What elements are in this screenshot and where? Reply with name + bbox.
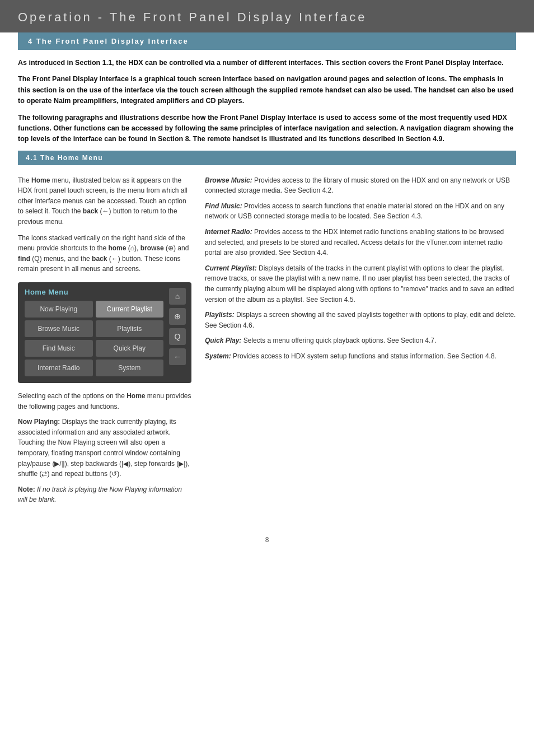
now-playing-desc: Now Playing: Displays the track currentl… (18, 417, 191, 479)
playlists-desc: Playlists: Displays a screen showing all… (205, 310, 516, 330)
menu-icons-column: ⌂ ⊕ Q ← (169, 288, 186, 365)
intro-paragraphs: As introduced in Section 1.1, the HDX ca… (18, 58, 516, 145)
menu-grid: Now Playing Current Playlist Browse Musi… (25, 301, 163, 376)
section41-header-bar: 4.1 The Home Menu (18, 151, 516, 165)
section4-header: 4 The Front Panel Display Interface (18, 32, 516, 50)
right-col-desc: Browse Music: Provides access to the lib… (205, 175, 516, 362)
note-desc: Note: If no track is playing the Now Pla… (18, 484, 191, 505)
section41-title: 4.1 The Home Menu (26, 154, 508, 162)
page-wrapper: Operation - The Front Panel Display Inte… (0, 0, 534, 548)
left-column: The Home menu, illustrated below as it a… (18, 175, 191, 510)
intro-p1: As introduced in Section 1.1, the HDX ca… (18, 58, 516, 68)
home-icon-btn[interactable]: ⌂ (169, 288, 186, 305)
two-col-layout: The Home menu, illustrated below as it a… (18, 175, 516, 510)
browse-music-desc: Browse Music: Provides access to the lib… (205, 175, 516, 196)
left-p1: The Home menu, illustrated below as it a… (18, 175, 191, 227)
below-menu-desc: Selecting each of the options on the Hom… (18, 391, 191, 505)
find-icon-btn[interactable]: Q (169, 328, 186, 345)
internet-radio-desc: Internet Radio: Provides access to the H… (205, 227, 516, 258)
section4-title: 4 The Front Panel Display Interface (28, 37, 506, 45)
intro-p2: The Front Panel Display Interface is a g… (18, 74, 516, 106)
menu-item-browse-music[interactable]: Browse Music (25, 320, 93, 337)
left-p2: The icons stacked vertically on the righ… (18, 233, 191, 274)
home-menu-mockup: Home Menu Now Playing Current Playlist B… (18, 282, 191, 383)
system-desc: System: Provides access to HDX system se… (205, 351, 516, 362)
right-column: Browse Music: Provides access to the lib… (205, 175, 516, 510)
title-bar: Operation - The Front Panel Display Inte… (0, 0, 534, 32)
menu-item-internet-radio[interactable]: Internet Radio (25, 360, 93, 376)
content-area: 4 The Front Panel Display Interface As i… (0, 32, 534, 527)
menu-item-playlists[interactable]: Playlists (96, 320, 164, 337)
page-number: 8 (0, 527, 534, 548)
menu-item-current-playlist[interactable]: Current Playlist (96, 301, 164, 318)
menu-item-quick-play[interactable]: Quick Play (96, 340, 164, 357)
back-icon-btn[interactable]: ← (169, 348, 186, 365)
home-menu-title: Home Menu (25, 288, 185, 296)
menu-item-system[interactable]: System (96, 360, 164, 376)
page-title: Operation - The Front Panel Display Inte… (18, 10, 516, 25)
quick-play-desc: Quick Play: Selects a menu offering quic… (205, 335, 516, 346)
browse-icon-btn[interactable]: ⊕ (169, 308, 186, 325)
menu-item-now-playing[interactable]: Now Playing (25, 301, 93, 318)
menu-item-find-music[interactable]: Find Music (25, 340, 93, 357)
find-music-desc: Find Music: Provides access to search fu… (205, 201, 516, 222)
below-menu-text: Selecting each of the options on the Hom… (18, 391, 191, 412)
intro-p3: The following paragraphs and illustratio… (18, 113, 516, 145)
current-playlist-desc: Current Playlist: Displays details of th… (205, 263, 516, 305)
